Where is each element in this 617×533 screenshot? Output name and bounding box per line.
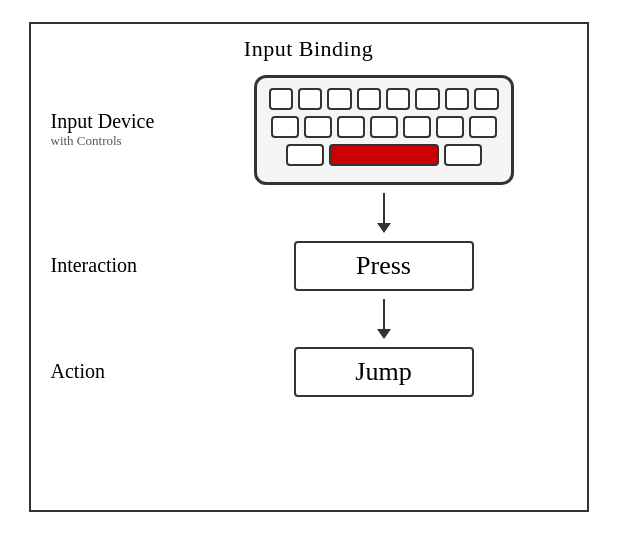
arrow-1-row [31,185,587,241]
keyboard-area [201,75,567,185]
keyboard-row-2 [269,116,499,138]
action-box-area: Jump [201,347,567,397]
interaction-label: Interaction [51,254,201,277]
key [386,88,410,110]
key [474,88,498,110]
main-panel: Input Binding Input Device with Controls [29,22,589,512]
key-right-mod [444,144,482,166]
input-device-row: Input Device with Controls [31,75,587,185]
action-label: Action [51,360,201,383]
arrow-head-1 [377,223,391,233]
input-device-label: Input Device [51,110,201,133]
arrow-line-1 [383,193,385,223]
arrow-line-2 [383,299,385,329]
key [298,88,322,110]
interaction-box-area: Press [201,241,567,291]
interaction-label-area: Interaction [51,254,201,277]
arrow-2-area [201,291,567,347]
key [436,116,464,138]
key [403,116,431,138]
key [337,116,365,138]
key [271,116,299,138]
page-title: Input Binding [31,24,587,70]
key [370,116,398,138]
input-device-label-area: Input Device with Controls [51,110,201,149]
arrow-head-2 [377,329,391,339]
arrow-down-2 [377,299,391,339]
keyboard-row-3 [269,144,499,166]
interaction-box: Press [294,241,474,291]
key [304,116,332,138]
action-box: Jump [294,347,474,397]
key [357,88,381,110]
arrow-down-1 [377,193,391,233]
key-left-mod [286,144,324,166]
arrow-2-row [31,291,587,347]
input-device-sublabel: with Controls [51,133,201,149]
key [269,88,293,110]
interaction-row: Interaction Press [31,241,587,291]
key [415,88,439,110]
arrow-1-area [201,185,567,241]
keyboard-row-1 [269,88,499,110]
content-layout: Input Device with Controls [31,70,587,506]
key [469,116,497,138]
action-row: Action Jump [31,347,587,397]
spacebar-key [329,144,439,166]
action-label-area: Action [51,360,201,383]
key [445,88,469,110]
key [327,88,351,110]
keyboard-diagram [254,75,514,185]
